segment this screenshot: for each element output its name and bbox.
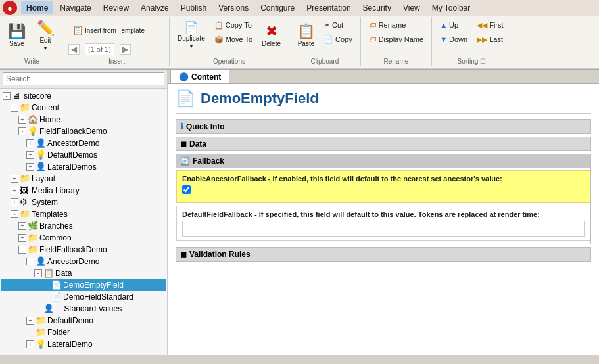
display-name-label: Display Name bbox=[379, 35, 423, 43]
copy-button[interactable]: 📄 Copy bbox=[320, 33, 356, 46]
fallback-label: Fallback bbox=[193, 156, 224, 166]
tree-toggle-content[interactable]: - bbox=[11, 104, 18, 112]
page-title: DemoEmptyField bbox=[201, 90, 319, 107]
menu-bar: ● Home Navigate Review Analyze Publish V… bbox=[0, 0, 599, 16]
tree-toggle-lateraldemos[interactable]: + bbox=[26, 163, 34, 171]
tree-item-lateraldemos[interactable]: +👤LateralDemos bbox=[1, 161, 166, 173]
menu-configure[interactable]: Configure bbox=[255, 1, 300, 14]
tree-label-sitecore: sitecore bbox=[24, 91, 51, 101]
insert-group-label: Insert bbox=[68, 57, 165, 65]
paste-button[interactable]: 📋 Paste bbox=[293, 18, 319, 53]
delete-label: Delete bbox=[262, 40, 281, 47]
tree-item-content[interactable]: -📁Content bbox=[1, 102, 166, 114]
tree-item-demofieldstandard[interactable]: 📄DemoFieldStandard bbox=[1, 291, 166, 303]
menu-presentation[interactable]: Presentation bbox=[301, 1, 356, 14]
tab-content[interactable]: 🔵 Content bbox=[170, 70, 229, 83]
rename-button[interactable]: 🏷 Rename bbox=[365, 18, 410, 32]
tree-item-lateraldemo2[interactable]: +💡LateralDemo bbox=[1, 338, 166, 350]
tree-label-folder: Folder bbox=[47, 328, 70, 337]
tree-item-defaultdemo2[interactable]: +📁DefaultDemo bbox=[1, 315, 166, 327]
quick-info-section[interactable]: ℹ Quick Info bbox=[176, 119, 591, 134]
tree-item-layout[interactable]: +📁Layout bbox=[1, 173, 166, 185]
default-field-input[interactable] bbox=[182, 221, 585, 237]
insert-group: 📋 Insert from Template ◀ (1 of 1) ▶ Inse… bbox=[64, 17, 170, 66]
tree-toggle-layout[interactable]: + bbox=[11, 175, 18, 183]
delete-button[interactable]: ✖ Delete bbox=[258, 18, 285, 53]
tree-icon-medialibrary: 🖼 bbox=[20, 185, 30, 196]
menu-publish[interactable]: Publish bbox=[176, 1, 212, 14]
tree-toggle-common[interactable]: + bbox=[18, 234, 26, 242]
tree-item-medialibrary[interactable]: +🖼Media Library bbox=[1, 185, 166, 196]
tree-item-ancestordemo[interactable]: +👤AncestorDemo bbox=[1, 137, 166, 149]
tree-toggle-sitecore[interactable]: - bbox=[3, 92, 11, 100]
tree-label-defaultdemo2: DefaultDemo bbox=[47, 316, 93, 325]
tree-item-sitecore[interactable]: -🖥sitecore bbox=[1, 90, 166, 102]
tree-item-home[interactable]: +🏠Home bbox=[1, 114, 166, 125]
tree-item-standardvalues[interactable]: 👤__Standard Values bbox=[1, 303, 166, 315]
delete-icon: ✖ bbox=[266, 24, 277, 39]
menu-home[interactable]: Home bbox=[21, 1, 53, 14]
save-button[interactable]: 💾 Save bbox=[4, 18, 30, 53]
edit-button[interactable]: ✏️ Edit ▼ bbox=[31, 18, 60, 54]
tree-toggle-system[interactable]: + bbox=[11, 198, 18, 206]
cut-button[interactable]: ✂ Cut bbox=[320, 18, 356, 32]
tree-item-folder[interactable]: 📁Folder bbox=[1, 327, 166, 338]
tab-content-label: Content bbox=[191, 72, 221, 81]
tree-toggle-fieldfallbackdemo2[interactable]: - bbox=[18, 246, 26, 254]
copy-to-button[interactable]: 📋 Copy To bbox=[210, 18, 256, 32]
tree-item-defaultdemos[interactable]: +💡DefaultDemos bbox=[1, 149, 166, 161]
tree-toggle-medialibrary[interactable]: + bbox=[11, 187, 18, 194]
data-section[interactable]: ◼ Data bbox=[176, 137, 591, 151]
tree-toggle-defaultdemos[interactable]: + bbox=[26, 151, 34, 159]
duplicate-button[interactable]: 📄 Duplicate ▼ bbox=[174, 18, 209, 53]
tree-item-branches[interactable]: +🌿Branches bbox=[1, 220, 166, 232]
last-button[interactable]: ▶▶ Last bbox=[473, 33, 507, 46]
down-label: Down bbox=[449, 35, 467, 43]
insert-from-template-button[interactable]: 📋 Insert from Template bbox=[68, 18, 160, 42]
tree-toggle-branches[interactable]: + bbox=[18, 222, 26, 230]
save-icon: 💾 bbox=[8, 24, 26, 39]
menu-mytoolbar[interactable]: My Toolbar bbox=[427, 1, 475, 14]
prev-page-button[interactable]: ◀ bbox=[68, 44, 80, 55]
tree-label-fieldfallbackdemo2: FieldFallbackDemo bbox=[39, 245, 107, 254]
rename-group: 🏷 Rename 🏷 Display Name Rename bbox=[361, 17, 432, 66]
tree-item-fieldfallbackdemo[interactable]: -💡FieldFallbackDemo bbox=[1, 125, 166, 137]
tree-toggle-templates[interactable]: - bbox=[11, 210, 18, 218]
next-page-button[interactable]: ▶ bbox=[120, 44, 131, 55]
menu-versions[interactable]: Versions bbox=[213, 1, 254, 14]
up-button[interactable]: ▲ Up bbox=[436, 18, 471, 32]
menu-analyze[interactable]: Analyze bbox=[135, 1, 174, 14]
tree-toggle-ancestordemo2[interactable]: - bbox=[26, 258, 34, 265]
tree-item-templates[interactable]: -📁Templates bbox=[1, 208, 166, 220]
tree-toggle-fieldfallbackdemo[interactable]: - bbox=[18, 127, 26, 135]
down-button[interactable]: ▼ Down bbox=[436, 33, 471, 46]
tree-toggle-home[interactable]: + bbox=[18, 116, 26, 124]
tree-item-demoemptyfield[interactable]: 📄DemoEmptyField bbox=[1, 279, 166, 291]
tree-icon-branches: 🌿 bbox=[28, 221, 38, 231]
enable-ancestor-checkbox[interactable] bbox=[182, 185, 191, 194]
menu-security[interactable]: Security bbox=[358, 1, 396, 14]
fallback-header[interactable]: 🔄 Fallback bbox=[176, 154, 590, 168]
tree-item-ancestordemo2[interactable]: -👤AncestorDemo bbox=[1, 256, 166, 267]
move-to-button[interactable]: 📦 Move To bbox=[210, 33, 256, 46]
menu-navigate[interactable]: Navigate bbox=[55, 1, 96, 14]
tree-toggle-data[interactable]: - bbox=[34, 269, 42, 277]
edit-icon: ✏️ bbox=[37, 21, 55, 35]
validation-section[interactable]: ◼ Validation Rules bbox=[176, 247, 591, 262]
ribbon: ● Home Navigate Review Analyze Publish V… bbox=[0, 0, 599, 70]
app-logo[interactable]: ● bbox=[3, 1, 17, 15]
search-input[interactable] bbox=[3, 72, 164, 85]
duplicate-label: Duplicate bbox=[178, 35, 205, 42]
tree-label-templates: Templates bbox=[32, 210, 68, 219]
first-button[interactable]: ◀◀ First bbox=[473, 18, 507, 32]
display-name-button[interactable]: 🏷 Display Name bbox=[365, 33, 427, 46]
menu-view[interactable]: View bbox=[398, 1, 425, 14]
tree-toggle-defaultdemo2[interactable]: + bbox=[26, 317, 34, 325]
menu-review[interactable]: Review bbox=[98, 1, 134, 14]
tree-item-data[interactable]: -📋Data bbox=[1, 267, 166, 279]
tree-item-common[interactable]: +📁Common bbox=[1, 232, 166, 244]
tree-item-system[interactable]: +⚙System bbox=[1, 196, 166, 208]
tree-item-fieldfallbackdemo2[interactable]: -📁FieldFallbackDemo bbox=[1, 244, 166, 256]
tree-toggle-lateraldemo2[interactable]: + bbox=[26, 340, 34, 348]
tree-toggle-ancestordemo[interactable]: + bbox=[26, 139, 34, 147]
